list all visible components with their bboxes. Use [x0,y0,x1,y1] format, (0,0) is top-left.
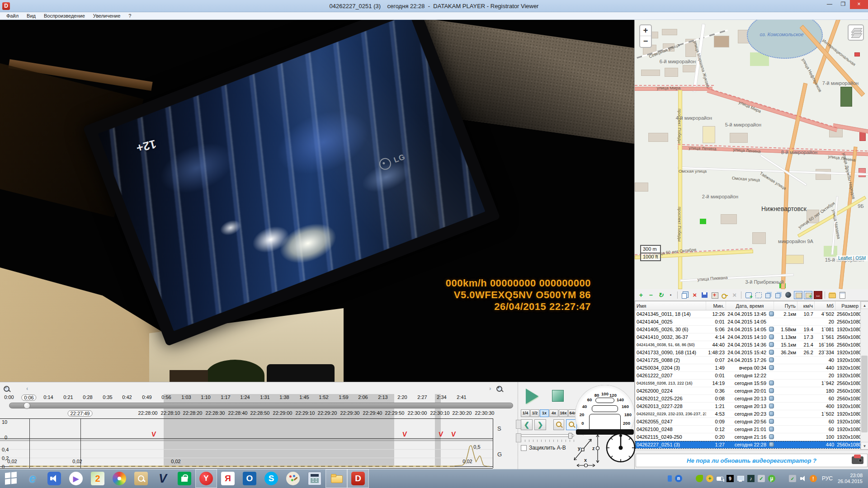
table-row[interactable]: 04262000_0224 0:36 сегодня 20:01 180 256… [635,387,868,395]
play-button[interactable] [526,389,538,404]
video-viewport[interactable]: 12+ LG 000km/h 00000000 000000000 V5.0WF… [0,20,634,382]
menu-item[interactable]: Вид [23,13,39,19]
toolbar-icon[interactable] [794,291,802,299]
timeline-knob[interactable] [24,402,30,409]
titlebar[interactable]: D 04262227_0251 (3) сегодня 22:28 - DATA… [0,0,868,12]
timeline-abs-tick[interactable]: 22:28:20 [183,410,203,416]
timeline-rel-tick[interactable]: 1:24 [240,394,250,400]
timeline-zoom-in-icon[interactable]: + [496,386,503,393]
table-header[interactable]: Имя Мин. Дата, время Путь км/ч Мб Размер [635,301,868,310]
speed-button[interactable]: 16x [559,409,568,417]
timeline-rel-tick[interactable]: 1:38 [279,394,289,400]
speed-button[interactable]: 1/4 [521,409,530,417]
tray-icon[interactable] [668,475,672,482]
timeline-abs-tick[interactable]: 22:29:30 [340,410,360,416]
timeline-rel-tick[interactable]: 1:03 [181,394,191,400]
volume-slider[interactable] [521,434,574,437]
table-row[interactable]: 04262022_0229, 232-233, 236-237, 239... … [635,410,868,418]
layers-button[interactable] [848,24,864,41]
tray-icon[interactable]: 9 [726,475,734,482]
update-notice[interactable]: Не пора ли обновить видеорегистратор ? [636,454,868,467]
loop-ab-checkbox[interactable] [521,445,527,451]
toolbar-icon[interactable] [784,291,793,299]
timeline-abs-tick[interactable]: 22:30:20 [453,410,472,416]
timeline-rel-tick[interactable]: 2:41 [457,394,466,400]
timeline-rel-tick[interactable]: 1:45 [299,394,309,400]
table-row[interactable]: 04250034_0204 (3) 1:49 вчера 00:34 440 1… [635,364,868,372]
toolbar-icon[interactable] [741,291,742,299]
toolbar-icon[interactable] [774,291,783,299]
timeline-rel-tick[interactable]: 0:56 [161,394,171,400]
maximize-button[interactable]: ❐ [836,0,850,9]
timeline-next-icon[interactable]: › [489,385,491,392]
timeline-rel-tick[interactable]: 0:21 [63,394,73,400]
taskbar-app[interactable] [326,469,347,488]
scroll-thumb[interactable] [861,356,868,432]
taskbar-app[interactable]: S [260,469,282,488]
taskbar-app[interactable]: V [152,469,174,488]
tray-icon[interactable] [799,475,807,482]
taskbar-app[interactable] [174,469,195,488]
timeline-rel-tick[interactable]: 1:10 [201,394,210,400]
table-row[interactable]: 04261222_0207 0:01 сегодня 12:22 20 1920… [635,372,868,380]
table-row[interactable]: 04262013_0227-228 1:21 сегодня 20:13 400… [635,403,868,410]
taskbar-app[interactable]: Я [217,469,239,488]
taskbar-app[interactable] [304,469,326,488]
taskbar-app[interactable]: D [347,469,369,488]
menu-item[interactable]: Воспроизведение [40,13,89,19]
toolbar-icon[interactable]: ▪ [666,291,675,299]
timeline-rel-tick[interactable]: 0:49 [142,394,151,400]
timeline-abs-tick[interactable]: 22:28:00 [138,410,158,416]
tray-icon[interactable]: ! [810,475,817,482]
tray-icon[interactable] [717,477,723,481]
taskbar-app[interactable] [282,469,304,488]
timeline-abs-tick[interactable]: 22:30:10 [430,410,450,416]
toolbar-icon[interactable] [828,291,836,299]
toolbar-icon[interactable] [710,291,719,299]
timeline-rel-tick[interactable]: 2:13 [378,394,387,400]
speed-button[interactable]: 1/2 [530,409,539,417]
table-row[interactable]: 04262012_0225-226 0:08 сегодня 20:13 60 … [635,395,868,403]
timeline-slider[interactable] [9,403,513,408]
timeline-abs-tick[interactable]: 22:28:50 [250,410,270,416]
menu-item[interactable]: ? [125,13,135,19]
timeline-abs-tick[interactable]: 22:30:00 [408,410,427,416]
tray-icon[interactable] [737,475,744,482]
taskbar-app[interactable] [43,469,65,488]
timeline-abs-tick[interactable]: 22:29:50 [385,410,405,416]
taskbar-app[interactable]: 2 [87,469,108,488]
toolbar-icon[interactable] [744,291,753,299]
zoom-out-button[interactable]: − [640,36,651,47]
event-marker-icon[interactable]: V [451,430,456,438]
timeline-prev-icon[interactable]: ‹ [26,385,28,392]
tray-icon[interactable] [696,475,703,482]
timeline-abs-tick[interactable]: 22:29:40 [363,410,382,416]
tray-icon[interactable]: + [706,475,713,482]
timeline-rel-tick[interactable]: 1:52 [319,394,328,400]
event-marker-icon[interactable]: V [438,430,443,438]
timeline-rel-tick[interactable]: 2:27 [417,394,427,400]
table-row[interactable]: 04241405_0026, 30 (6) 5:06 24.04.2015 14… [635,326,868,333]
stop-button[interactable] [552,390,564,402]
timeline-abs-tick[interactable]: 22:27:49 [68,410,93,417]
toolbar-icon[interactable]: − [646,291,655,299]
toolbar-icon[interactable]: × [730,291,739,299]
table-row[interactable]: 04261558_0208, 213, 222 (16) 14:19 сегод… [635,380,868,387]
table-row[interactable]: 04241725_0088 (2) 0:07 24.04.2015 17:26 … [635,357,868,364]
taskbar-app[interactable]: O [239,469,260,488]
table-row[interactable]: 04241345_0011, 18 (14) 12:26 24.04.2015 … [635,310,868,318]
timeline-rel-tick[interactable]: 0:35 [103,394,112,400]
table-row[interactable]: 04262100_0248 0:12 сегодня 21:01 60 1920… [635,426,868,433]
event-marker-icon[interactable]: V [151,430,156,438]
timeline-abs-tick[interactable]: 22:28:30 [206,410,225,416]
timeline-rel-tick[interactable]: 1:31 [260,394,269,400]
timeline-abs-tick[interactable]: 22:28:10 [161,410,180,416]
tray-icon[interactable]: ♪ [747,475,755,482]
zoom-out-button[interactable] [553,419,564,430]
timeline-rel-tick[interactable]: 2:06 [358,394,368,400]
timeline-abs-tick[interactable]: 22:29:20 [318,410,337,416]
table-row[interactable]: 04241733_0090, 168 (114) 1:48:23 24.04.2… [635,349,868,357]
table-row[interactable]: 04262227_0251 (3) 1:27 сегодня 22:28 440… [635,441,868,449]
toolbar-icon[interactable] [677,291,678,299]
tray-icon[interactable]: ✓ [789,475,796,482]
